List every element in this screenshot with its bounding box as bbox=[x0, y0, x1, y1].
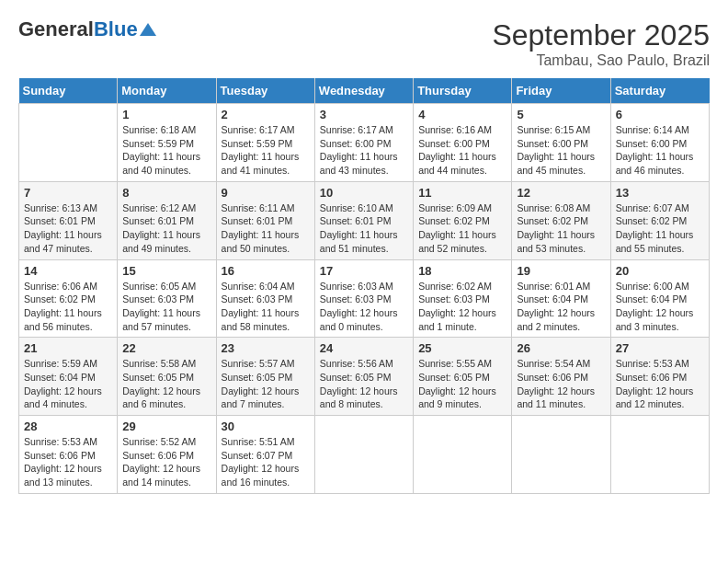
day-number: 15 bbox=[122, 264, 210, 278]
calendar-cell: 15Sunrise: 6:05 AMSunset: 6:03 PMDayligh… bbox=[118, 259, 216, 338]
day-number: 1 bbox=[122, 108, 210, 121]
weekday-header-sunday: Sunday bbox=[19, 78, 118, 104]
day-number: 26 bbox=[517, 341, 605, 355]
calendar-cell: 18Sunrise: 6:02 AMSunset: 6:03 PMDayligh… bbox=[414, 259, 512, 338]
day-number: 19 bbox=[517, 264, 605, 278]
calendar-cell: 17Sunrise: 6:03 AMSunset: 6:03 PMDayligh… bbox=[314, 259, 413, 338]
title-block: September 2025 Tambau, Sao Paulo, Brazil bbox=[492, 18, 710, 69]
svg-marker-0 bbox=[140, 23, 156, 36]
calendar-cell: 4Sunrise: 6:16 AMSunset: 6:00 PMDaylight… bbox=[414, 104, 512, 182]
calendar-cell: 8Sunrise: 6:12 AMSunset: 6:01 PMDaylight… bbox=[118, 181, 216, 259]
day-info: Sunrise: 5:58 AMSunset: 6:05 PMDaylight:… bbox=[122, 357, 210, 411]
day-number: 17 bbox=[320, 264, 408, 278]
day-number: 22 bbox=[122, 341, 210, 355]
day-info: Sunrise: 6:13 AMSunset: 6:01 PMDaylight:… bbox=[24, 201, 112, 256]
calendar-cell: 23Sunrise: 5:57 AMSunset: 6:05 PMDayligh… bbox=[216, 338, 314, 416]
day-info: Sunrise: 6:04 AMSunset: 6:03 PMDaylight:… bbox=[222, 280, 310, 334]
day-number: 21 bbox=[24, 341, 112, 355]
calendar-cell: 12Sunrise: 6:08 AMSunset: 6:02 PMDayligh… bbox=[512, 181, 610, 259]
calendar-week-row: 28Sunrise: 5:53 AMSunset: 6:06 PMDayligh… bbox=[19, 416, 710, 494]
day-number: 16 bbox=[222, 264, 310, 278]
day-info: Sunrise: 6:10 AMSunset: 6:01 PMDaylight:… bbox=[320, 201, 408, 256]
calendar-cell: 24Sunrise: 5:56 AMSunset: 6:05 PMDayligh… bbox=[314, 338, 413, 416]
day-number: 27 bbox=[616, 341, 704, 355]
day-number: 5 bbox=[517, 108, 605, 121]
day-info: Sunrise: 6:00 AMSunset: 6:04 PMDaylight:… bbox=[616, 280, 704, 334]
calendar-week-row: 1Sunrise: 6:18 AMSunset: 5:59 PMDaylight… bbox=[19, 104, 710, 182]
day-number: 4 bbox=[418, 108, 506, 121]
day-number: 3 bbox=[320, 108, 408, 121]
day-info: Sunrise: 6:02 AMSunset: 6:03 PMDaylight:… bbox=[418, 280, 506, 334]
calendar-cell: 11Sunrise: 6:09 AMSunset: 6:02 PMDayligh… bbox=[414, 181, 512, 259]
calendar-cell: 1Sunrise: 6:18 AMSunset: 5:59 PMDaylight… bbox=[118, 104, 216, 182]
logo-general: GeneralBlue bbox=[18, 18, 138, 40]
day-number: 18 bbox=[418, 264, 506, 278]
calendar-cell: 6Sunrise: 6:14 AMSunset: 6:00 PMDaylight… bbox=[610, 104, 709, 182]
day-info: Sunrise: 5:56 AMSunset: 6:05 PMDaylight:… bbox=[320, 357, 408, 411]
day-number: 10 bbox=[320, 186, 408, 200]
calendar-cell: 21Sunrise: 5:59 AMSunset: 6:04 PMDayligh… bbox=[19, 338, 118, 416]
day-info: Sunrise: 5:57 AMSunset: 6:05 PMDaylight:… bbox=[222, 357, 310, 411]
logo-icon bbox=[140, 23, 156, 36]
weekday-header-wednesday: Wednesday bbox=[314, 78, 413, 104]
day-info: Sunrise: 6:07 AMSunset: 6:02 PMDaylight:… bbox=[616, 201, 704, 256]
calendar-cell: 7Sunrise: 6:13 AMSunset: 6:01 PMDaylight… bbox=[19, 181, 118, 259]
calendar-cell bbox=[19, 104, 118, 182]
day-info: Sunrise: 5:52 AMSunset: 6:06 PMDaylight:… bbox=[122, 435, 210, 489]
day-number: 20 bbox=[616, 264, 704, 278]
day-number: 30 bbox=[222, 419, 310, 433]
day-number: 12 bbox=[517, 186, 605, 200]
calendar-cell: 27Sunrise: 5:53 AMSunset: 6:06 PMDayligh… bbox=[610, 338, 709, 416]
day-number: 24 bbox=[320, 341, 408, 355]
calendar-cell: 28Sunrise: 5:53 AMSunset: 6:06 PMDayligh… bbox=[19, 416, 118, 494]
calendar-cell bbox=[314, 416, 413, 494]
month-title: September 2025 bbox=[492, 18, 710, 52]
day-number: 25 bbox=[418, 341, 506, 355]
weekday-header-monday: Monday bbox=[118, 78, 216, 104]
calendar-cell: 30Sunrise: 5:51 AMSunset: 6:07 PMDayligh… bbox=[216, 416, 314, 494]
weekday-header-tuesday: Tuesday bbox=[216, 78, 314, 104]
day-number: 11 bbox=[418, 186, 506, 200]
day-info: Sunrise: 6:09 AMSunset: 6:02 PMDaylight:… bbox=[418, 201, 506, 256]
calendar-week-row: 14Sunrise: 6:06 AMSunset: 6:02 PMDayligh… bbox=[19, 259, 710, 338]
day-info: Sunrise: 6:16 AMSunset: 6:00 PMDaylight:… bbox=[418, 123, 506, 178]
calendar-cell: 22Sunrise: 5:58 AMSunset: 6:05 PMDayligh… bbox=[118, 338, 216, 416]
calendar-cell: 26Sunrise: 5:54 AMSunset: 6:06 PMDayligh… bbox=[512, 338, 610, 416]
calendar-cell: 5Sunrise: 6:15 AMSunset: 6:00 PMDaylight… bbox=[512, 104, 610, 182]
calendar-cell: 9Sunrise: 6:11 AMSunset: 6:01 PMDaylight… bbox=[216, 181, 314, 259]
calendar-cell bbox=[512, 416, 610, 494]
calendar-cell: 16Sunrise: 6:04 AMSunset: 6:03 PMDayligh… bbox=[216, 259, 314, 338]
day-info: Sunrise: 6:05 AMSunset: 6:03 PMDaylight:… bbox=[122, 280, 210, 334]
day-info: Sunrise: 5:59 AMSunset: 6:04 PMDaylight:… bbox=[24, 357, 112, 411]
weekday-header-thursday: Thursday bbox=[414, 78, 512, 104]
day-info: Sunrise: 6:06 AMSunset: 6:02 PMDaylight:… bbox=[24, 280, 112, 334]
day-info: Sunrise: 6:17 AMSunset: 5:59 PMDaylight:… bbox=[222, 123, 310, 178]
day-info: Sunrise: 5:51 AMSunset: 6:07 PMDaylight:… bbox=[222, 435, 310, 489]
day-info: Sunrise: 5:53 AMSunset: 6:06 PMDaylight:… bbox=[24, 435, 112, 489]
weekday-header-friday: Friday bbox=[512, 78, 610, 104]
day-info: Sunrise: 6:01 AMSunset: 6:04 PMDaylight:… bbox=[517, 280, 605, 334]
day-number: 9 bbox=[222, 186, 310, 200]
weekday-header-saturday: Saturday bbox=[610, 78, 709, 104]
calendar-cell: 20Sunrise: 6:00 AMSunset: 6:04 PMDayligh… bbox=[610, 259, 709, 338]
calendar-cell bbox=[610, 416, 709, 494]
calendar-cell: 3Sunrise: 6:17 AMSunset: 6:00 PMDaylight… bbox=[314, 104, 413, 182]
day-info: Sunrise: 6:14 AMSunset: 6:00 PMDaylight:… bbox=[616, 123, 704, 178]
calendar-cell: 25Sunrise: 5:55 AMSunset: 6:05 PMDayligh… bbox=[414, 338, 512, 416]
day-info: Sunrise: 6:12 AMSunset: 6:01 PMDaylight:… bbox=[122, 201, 210, 256]
day-info: Sunrise: 5:55 AMSunset: 6:05 PMDaylight:… bbox=[418, 357, 506, 411]
day-number: 6 bbox=[616, 108, 704, 121]
day-info: Sunrise: 6:18 AMSunset: 5:59 PMDaylight:… bbox=[122, 123, 210, 178]
calendar-cell: 29Sunrise: 5:52 AMSunset: 6:06 PMDayligh… bbox=[118, 416, 216, 494]
logo: GeneralBlue bbox=[18, 18, 156, 40]
day-number: 7 bbox=[24, 186, 112, 200]
day-info: Sunrise: 6:17 AMSunset: 6:00 PMDaylight:… bbox=[320, 123, 408, 178]
day-info: Sunrise: 6:15 AMSunset: 6:00 PMDaylight:… bbox=[517, 123, 605, 178]
day-info: Sunrise: 5:53 AMSunset: 6:06 PMDaylight:… bbox=[616, 357, 704, 411]
calendar-cell: 13Sunrise: 6:07 AMSunset: 6:02 PMDayligh… bbox=[610, 181, 709, 259]
day-number: 28 bbox=[24, 419, 112, 433]
day-number: 8 bbox=[122, 186, 210, 200]
calendar-cell: 14Sunrise: 6:06 AMSunset: 6:02 PMDayligh… bbox=[19, 259, 118, 338]
calendar-week-row: 7Sunrise: 6:13 AMSunset: 6:01 PMDaylight… bbox=[19, 181, 710, 259]
day-number: 13 bbox=[616, 186, 704, 200]
